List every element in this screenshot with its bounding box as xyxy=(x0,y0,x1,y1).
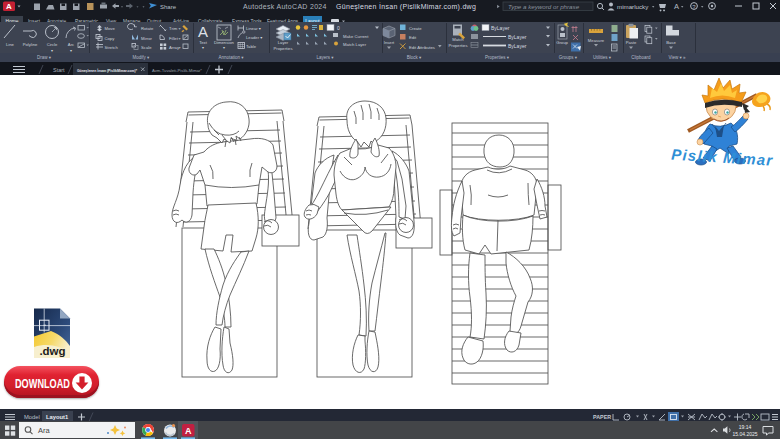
svg-text:▾: ▾ xyxy=(70,48,72,53)
svg-text:Edit Attributes: Edit Attributes xyxy=(409,45,435,50)
svg-text:Layer: Layer xyxy=(278,40,289,45)
svg-text:▾: ▾ xyxy=(179,36,182,41)
svg-text:Properties ▾: Properties ▾ xyxy=(485,55,510,60)
svg-text:Base: Base xyxy=(666,40,676,45)
svg-text:Type a keyword or phrase: Type a keyword or phrase xyxy=(508,3,580,10)
svg-text:Layout1: Layout1 xyxy=(46,414,69,420)
svg-text:Block ▾: Block ▾ xyxy=(407,55,422,60)
svg-text:Make Current: Make Current xyxy=(343,34,369,39)
svg-text:19:14: 19:14 xyxy=(739,424,752,430)
svg-text:Share: Share xyxy=(160,4,177,10)
svg-text:Ara: Ara xyxy=(38,426,51,435)
svg-text:Copy: Copy xyxy=(105,36,116,41)
svg-text:▾: ▾ xyxy=(179,45,182,50)
svg-text:Table: Table xyxy=(246,44,257,49)
svg-text:Paste: Paste xyxy=(626,40,637,45)
svg-text:Stretch: Stretch xyxy=(105,45,119,50)
svg-text:Annotation ▾: Annotation ▾ xyxy=(218,55,244,60)
svg-text:0: 0 xyxy=(337,25,340,31)
svg-text:15.04.2025: 15.04.2025 xyxy=(732,431,757,437)
svg-text:Avm-Tuvaleti-Pislik-Mimar*: Avm-Tuvaleti-Pislik-Mimar* xyxy=(152,68,202,73)
svg-text:ByLayer: ByLayer xyxy=(508,43,527,49)
svg-text:Modify ▾: Modify ▾ xyxy=(133,55,151,60)
svg-text:Güneşlenen İnsan (PislikMimar.: Güneşlenen İnsan (PislikMimar.com).dwg xyxy=(336,2,476,11)
svg-text:.dwg: .dwg xyxy=(39,345,65,357)
svg-text:Model: Model xyxy=(24,414,40,420)
svg-text:Dimension: Dimension xyxy=(214,40,234,45)
svg-text:Measure: Measure xyxy=(588,38,605,43)
svg-text:Clipboard: Clipboard xyxy=(631,55,651,60)
svg-text:ByLayer: ByLayer xyxy=(508,34,527,40)
svg-text:Match: Match xyxy=(452,37,464,42)
svg-text:ByLayer: ByLayer xyxy=(491,25,510,31)
svg-text:Move: Move xyxy=(105,26,116,31)
svg-text:Circle: Circle xyxy=(47,42,58,47)
svg-text:Match Layer: Match Layer xyxy=(343,42,367,47)
svg-text:Arc: Arc xyxy=(68,42,74,47)
svg-text:Pislik Mimar: Pislik Mimar xyxy=(671,146,774,169)
svg-text:DOWNLOAD: DOWNLOAD xyxy=(15,376,70,391)
svg-text:Polyline: Polyline xyxy=(23,42,38,47)
svg-text:▾: ▾ xyxy=(223,45,225,50)
svg-text:Groups ▾: Groups ▾ xyxy=(559,55,578,60)
svg-text:Text: Text xyxy=(199,40,208,45)
svg-text:PAPER: PAPER xyxy=(593,414,611,420)
svg-text:▾: ▾ xyxy=(51,48,53,53)
svg-text:A: A xyxy=(6,2,12,11)
svg-text:Fillet: Fillet xyxy=(169,36,179,41)
svg-text:Linear ▾: Linear ▾ xyxy=(246,26,262,31)
svg-text:Leader ▾: Leader ▾ xyxy=(246,35,263,40)
svg-text:Start: Start xyxy=(53,67,65,73)
svg-text:Group: Group xyxy=(556,40,568,45)
svg-text:mimarlucky: mimarlucky xyxy=(617,3,649,10)
svg-text:Autodesk AutoCAD 2024: Autodesk AutoCAD 2024 xyxy=(243,3,327,10)
svg-text:Layers ▾: Layers ▾ xyxy=(316,55,334,60)
svg-text:Scale: Scale xyxy=(141,45,152,50)
svg-text:Line: Line xyxy=(6,42,15,47)
svg-text:Mirror: Mirror xyxy=(141,36,153,41)
svg-text:Güneşlenen İnsan (PislikMimar.: Güneşlenen İnsan (PislikMimar.com)* xyxy=(77,68,137,73)
svg-text:A: A xyxy=(185,426,192,436)
svg-text:Properties: Properties xyxy=(448,43,467,48)
svg-text:Trim: Trim xyxy=(169,26,178,31)
svg-text:A: A xyxy=(198,23,208,40)
svg-text:A: A xyxy=(674,2,679,11)
svg-text:Rotate: Rotate xyxy=(141,26,154,31)
svg-text:Create: Create xyxy=(409,26,422,31)
svg-text:View ▾ »: View ▾ » xyxy=(669,55,686,60)
svg-text:▾: ▾ xyxy=(179,26,182,31)
svg-text:Insert: Insert xyxy=(384,40,395,45)
svg-text:Edit: Edit xyxy=(409,35,417,40)
svg-text:Properties: Properties xyxy=(273,46,292,51)
svg-text:Utilities ▾: Utilities ▾ xyxy=(593,55,612,60)
svg-text:▾: ▾ xyxy=(202,45,204,50)
svg-text:Draw ▾: Draw ▾ xyxy=(37,55,52,60)
